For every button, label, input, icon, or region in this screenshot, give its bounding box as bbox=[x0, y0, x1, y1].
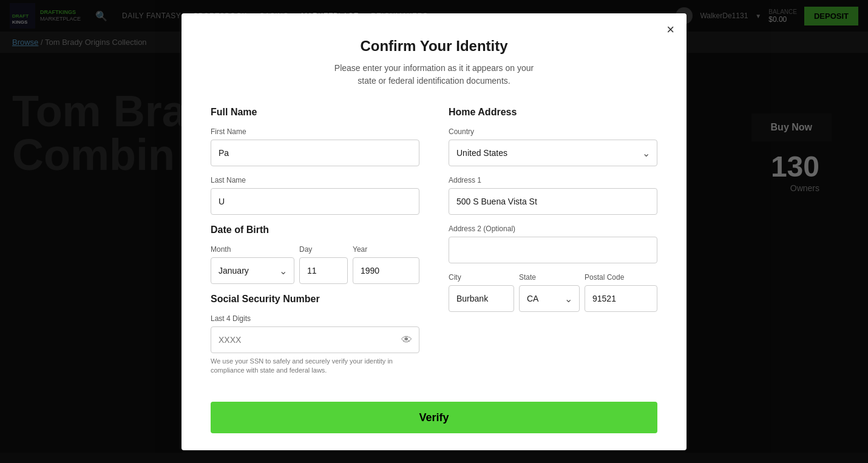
modal-overlay[interactable]: × Confirm Your Identity Please enter you… bbox=[0, 0, 868, 463]
month-label: Month bbox=[211, 245, 294, 254]
state-wrapper: State ALAKAZAR CACOCTDE FLGA ⌄ bbox=[519, 273, 580, 312]
modal-subtitle: Please enter your information as it it a… bbox=[211, 62, 657, 87]
country-field-group: Country United States ⌄ bbox=[449, 127, 657, 166]
postal-wrapper: Postal Code bbox=[585, 273, 657, 312]
address-sub-grid: City State ALAKAZAR CACOCTDE FLGA bbox=[449, 273, 657, 312]
state-select-wrapper: ALAKAZAR CACOCTDE FLGA ⌄ bbox=[519, 285, 580, 312]
address1-input[interactable] bbox=[449, 188, 657, 215]
country-label: Country bbox=[449, 127, 657, 136]
month-select-wrapper: JanuaryFebruaryMarch AprilMayJune JulyAu… bbox=[211, 257, 294, 284]
day-wrapper: Day bbox=[299, 245, 348, 284]
modal-title: Confirm Your Identity bbox=[211, 38, 657, 55]
dob-row: Month JanuaryFebruaryMarch AprilMayJune … bbox=[211, 245, 419, 284]
home-address-section-title: Home Address bbox=[449, 107, 657, 118]
postal-input[interactable] bbox=[585, 285, 657, 312]
last-name-field-group: Last Name bbox=[211, 176, 419, 215]
year-input[interactable] bbox=[353, 257, 419, 284]
city-label: City bbox=[449, 273, 514, 282]
verify-button[interactable]: Verify bbox=[211, 402, 657, 433]
modal-close-button[interactable]: × bbox=[666, 23, 674, 36]
first-name-input[interactable] bbox=[211, 140, 419, 166]
ssn-wrapper: 👁 bbox=[211, 326, 419, 353]
city-input[interactable] bbox=[449, 285, 514, 312]
country-select[interactable]: United States bbox=[449, 140, 657, 166]
address1-label: Address 1 bbox=[449, 176, 657, 184]
right-column: Home Address Country United States ⌄ Add… bbox=[449, 107, 657, 385]
left-column: Full Name First Name Last Name Date of B… bbox=[211, 107, 419, 385]
address2-label: Address 2 (Optional) bbox=[449, 225, 657, 233]
city-wrapper: City bbox=[449, 273, 514, 312]
verify-button-row: Verify bbox=[211, 402, 657, 433]
ssn-section-title: Social Security Number bbox=[211, 294, 419, 305]
day-input[interactable] bbox=[299, 257, 348, 284]
ssn-label: Last 4 Digits bbox=[211, 314, 419, 323]
state-label: State bbox=[519, 273, 580, 282]
year-wrapper: Year bbox=[353, 245, 419, 284]
month-wrapper: Month JanuaryFebruaryMarch AprilMayJune … bbox=[211, 245, 294, 284]
form-grid: Full Name First Name Last Name Date of B… bbox=[211, 107, 657, 385]
dob-field-group: Month JanuaryFebruaryMarch AprilMayJune … bbox=[211, 245, 419, 284]
identity-modal: × Confirm Your Identity Please enter you… bbox=[181, 13, 687, 450]
first-name-label: First Name bbox=[211, 127, 419, 136]
show-password-icon[interactable]: 👁 bbox=[401, 333, 412, 346]
last-name-input[interactable] bbox=[211, 188, 419, 215]
year-label: Year bbox=[353, 245, 419, 254]
dob-section-title: Date of Birth bbox=[211, 225, 419, 235]
city-state-zip-group: City State ALAKAZAR CACOCTDE FLGA bbox=[449, 273, 657, 312]
month-select[interactable]: JanuaryFebruaryMarch AprilMayJune JulyAu… bbox=[211, 257, 294, 284]
address1-field-group: Address 1 bbox=[449, 176, 657, 215]
full-name-section-title: Full Name bbox=[211, 107, 419, 118]
state-select[interactable]: ALAKAZAR CACOCTDE FLGA bbox=[519, 285, 580, 312]
ssn-field-group: Last 4 Digits 👁 We use your SSN to safel… bbox=[211, 314, 419, 376]
postal-label: Postal Code bbox=[585, 273, 657, 282]
address2-field-group: Address 2 (Optional) bbox=[449, 225, 657, 263]
address2-input[interactable] bbox=[449, 237, 657, 263]
last-name-label: Last Name bbox=[211, 176, 419, 184]
ssn-input[interactable] bbox=[211, 326, 419, 353]
ssn-disclaimer: We use your SSN to safely and securely v… bbox=[211, 357, 419, 376]
first-name-field-group: First Name bbox=[211, 127, 419, 166]
country-select-wrapper: United States ⌄ bbox=[449, 140, 657, 166]
day-label: Day bbox=[299, 245, 348, 254]
